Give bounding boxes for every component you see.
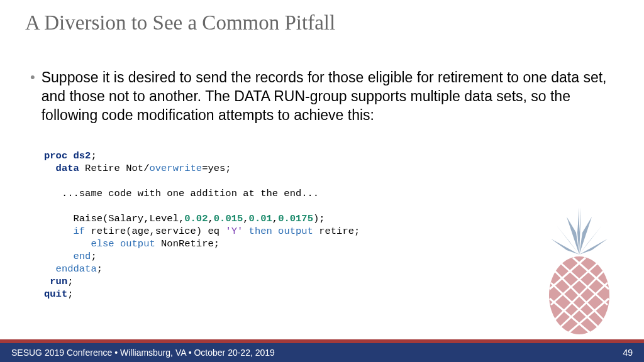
code-kw: quit — [44, 288, 67, 300]
code-t: , — [272, 213, 278, 224]
code-t: ; — [91, 150, 96, 162]
code-num: 0.02 — [184, 213, 208, 224]
code-t: NonRetire; — [155, 238, 219, 250]
footer-left: SESUG 2019 Conference • Williamsburg, VA… — [11, 348, 275, 358]
code-t: Raise(Salary,Level, — [44, 213, 184, 224]
footer: SESUG 2019 Conference • Williamsburg, VA… — [0, 343, 644, 362]
code-t: ; — [67, 276, 73, 287]
slide: { "title": "A Diversion to See a Common … — [0, 0, 644, 362]
code-num: 0.015 — [214, 213, 243, 224]
pineapple-icon — [532, 195, 626, 339]
code-kw: data — [44, 163, 79, 174]
svg-point-0 — [549, 256, 609, 334]
code-t: , — [243, 213, 248, 224]
code-kw: enddata — [44, 263, 97, 275]
code-t: ; — [91, 251, 96, 262]
code-t: Retire Not/ — [79, 163, 150, 174]
bullet-text: Suppose it is desired to send the record… — [42, 68, 615, 124]
code-t: ); — [313, 213, 325, 224]
bullet-dot: • — [30, 68, 35, 87]
code-block: proc ds2; data Retire Not/overwrite=yes;… — [44, 150, 360, 300]
code-t: , — [208, 213, 213, 224]
code-t: ...same code with one addition at the en… — [44, 188, 319, 199]
code-kw: then output — [243, 226, 313, 237]
code-kw: run — [44, 276, 67, 287]
code-str: 'Y' — [225, 226, 243, 237]
code-num: 0.01 — [249, 213, 272, 224]
code-kw: proc ds2 — [44, 150, 91, 162]
slide-title: A Diversion to See a Common Pitfall — [25, 11, 335, 35]
code-t: ; — [67, 288, 73, 300]
code-t: retire(age,service) eq — [85, 226, 225, 237]
code-t: retire; — [313, 226, 360, 237]
code-t: =yes; — [202, 163, 231, 174]
code-kw: end — [44, 251, 91, 262]
code-kw: else output — [44, 238, 155, 250]
bullet-item: • Suppose it is desired to send the reco… — [30, 68, 615, 124]
code-opt: overwrite — [149, 163, 202, 174]
code-t: ; — [97, 263, 103, 275]
page-number: 49 — [623, 348, 633, 358]
code-kw: if — [44, 226, 85, 237]
code-num: 0.0175 — [278, 213, 313, 224]
body: • Suppose it is desired to send the reco… — [30, 68, 615, 128]
